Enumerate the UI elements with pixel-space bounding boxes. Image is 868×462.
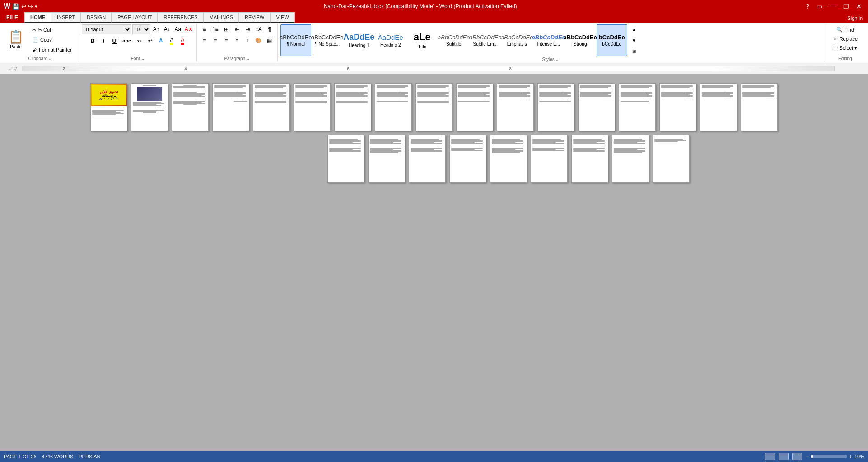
- page-20[interactable]: [409, 135, 446, 183]
- style-emphasis[interactable]: aBbCcDdEe Emphasis: [502, 24, 532, 56]
- page-4[interactable]: [212, 83, 249, 131]
- page-24[interactable]: [571, 135, 608, 183]
- line-spacing-button[interactable]: ↕: [243, 36, 253, 46]
- cut-button[interactable]: ✂ ✂ Cut: [30, 26, 74, 34]
- page-13[interactable]: [578, 83, 615, 131]
- font-size-select[interactable]: 16: [132, 24, 150, 34]
- minimize-button[interactable]: —: [827, 2, 839, 11]
- print-layout-button[interactable]: [779, 453, 789, 460]
- tab-view[interactable]: VIEW: [271, 12, 295, 23]
- style-strong[interactable]: aBbCcDdEe Strong: [565, 24, 596, 56]
- subscript-button[interactable]: x₂: [134, 36, 144, 46]
- bold-button[interactable]: B: [88, 36, 98, 46]
- undo-icon[interactable]: ↩: [21, 3, 26, 10]
- page-21[interactable]: [449, 135, 486, 183]
- copy-button[interactable]: 📄 Copy: [30, 36, 74, 44]
- page-1[interactable]: تحقیق آنلاین مرجع مطالعه با گفتگو، قیمت …: [90, 83, 127, 131]
- close-button[interactable]: ✕: [854, 2, 864, 11]
- shading-button[interactable]: 🎨: [254, 36, 264, 46]
- redo-icon[interactable]: ↪: [28, 3, 33, 10]
- justify-button[interactable]: ≡: [232, 36, 242, 46]
- select-button[interactable]: ⬚ Select ▾: [831, 44, 860, 52]
- replace-button[interactable]: ↔ Replace: [831, 35, 860, 43]
- page-19[interactable]: [368, 135, 405, 183]
- page-14[interactable]: [619, 83, 656, 131]
- page-23[interactable]: [531, 135, 568, 183]
- clear-formatting-button[interactable]: A✕: [184, 24, 194, 34]
- text-highlight-button[interactable]: A: [167, 36, 177, 46]
- paragraph-expand-icon[interactable]: ⌄: [246, 56, 250, 61]
- align-left-button[interactable]: ≡: [200, 36, 210, 46]
- style-no-spacing[interactable]: aBbCcDdEe ¶ No Spac...: [312, 24, 343, 56]
- page-12[interactable]: [537, 83, 574, 131]
- ruler-marker-indent-top[interactable]: ▽: [14, 66, 17, 71]
- style-normal[interactable]: aBbCcDdEe ¶ Normal: [280, 24, 311, 56]
- style-subtle-emphasis[interactable]: aBbCcDdEe Subtle Em...: [470, 24, 501, 56]
- restore-button[interactable]: ❐: [840, 2, 852, 11]
- style-heading2[interactable]: AaDdEe Heading 2: [375, 24, 406, 56]
- decrease-indent-button[interactable]: ⇤: [232, 24, 242, 34]
- align-center-button[interactable]: ≡: [210, 36, 220, 46]
- page-10[interactable]: [456, 83, 493, 131]
- tab-references[interactable]: REFERENCES: [158, 12, 203, 23]
- superscript-button[interactable]: x²: [145, 36, 155, 46]
- multilevel-list-button[interactable]: ⊞: [221, 24, 231, 34]
- page-15[interactable]: [659, 83, 696, 131]
- find-button[interactable]: 🔍 Find: [834, 25, 856, 34]
- page-22[interactable]: [490, 135, 527, 183]
- styles-scroll-up-button[interactable]: ▲: [629, 24, 639, 34]
- numbering-button[interactable]: 1≡: [210, 24, 220, 34]
- show-formatting-button[interactable]: ¶: [265, 24, 275, 34]
- page-16[interactable]: [700, 83, 737, 131]
- strikethrough-button[interactable]: abc: [120, 36, 133, 46]
- format-painter-button[interactable]: 🖌 Format Painter: [30, 46, 74, 54]
- page-7[interactable]: [334, 83, 371, 131]
- tab-page-layout[interactable]: PAGE LAYOUT: [112, 12, 158, 23]
- tab-review[interactable]: REVIEW: [239, 12, 270, 23]
- page-25[interactable]: [612, 135, 649, 183]
- tab-design[interactable]: DESIGN: [81, 12, 112, 23]
- style-heading1[interactable]: AaDdEe Heading 1: [344, 24, 374, 56]
- page-9[interactable]: [415, 83, 453, 131]
- font-name-select[interactable]: B Yagut: [82, 24, 131, 34]
- zoom-slider[interactable]: [811, 455, 847, 458]
- bullets-button[interactable]: ≡: [200, 24, 210, 34]
- change-case-button[interactable]: Aa: [173, 24, 183, 34]
- shrink-font-button[interactable]: A↓: [162, 24, 172, 34]
- read-mode-button[interactable]: [765, 453, 775, 460]
- font-expand-icon[interactable]: ⌄: [141, 56, 145, 61]
- styles-scroll-down-button[interactable]: ▼: [629, 35, 639, 45]
- grow-font-button[interactable]: A↑: [151, 24, 161, 34]
- styles-more-button[interactable]: ⊞: [629, 46, 639, 56]
- quick-save-icon[interactable]: 💾: [12, 3, 19, 10]
- sign-in-button[interactable]: Sign in: [842, 14, 868, 23]
- ruler-marker-left[interactable]: ⊿: [9, 66, 13, 71]
- underline-button[interactable]: U: [109, 36, 119, 46]
- page-5[interactable]: [253, 83, 290, 131]
- style-book-title[interactable]: bCcDdEe bCcDdEe: [597, 24, 627, 56]
- ribbon-display-button[interactable]: ▭: [814, 2, 825, 11]
- page-3[interactable]: [172, 83, 209, 131]
- tab-insert[interactable]: INSERT: [51, 12, 81, 23]
- tab-home[interactable]: HOME: [24, 12, 51, 23]
- zoom-in-icon[interactable]: +: [849, 453, 853, 460]
- help-button[interactable]: ?: [803, 2, 812, 11]
- font-color-button[interactable]: A: [177, 36, 187, 46]
- page-11[interactable]: [497, 83, 534, 131]
- tab-mailings[interactable]: MAILINGS: [204, 12, 239, 23]
- align-right-button[interactable]: ≡: [221, 36, 231, 46]
- zoom-out-icon[interactable]: −: [806, 453, 809, 460]
- page-6[interactable]: [294, 83, 331, 131]
- style-subtitle[interactable]: aBbCcDdEe Subtitle: [439, 24, 469, 56]
- text-effects-button[interactable]: A: [156, 36, 166, 46]
- italic-button[interactable]: I: [98, 36, 108, 46]
- clipboard-expand-icon[interactable]: ⌄: [48, 56, 52, 61]
- web-layout-button[interactable]: [792, 453, 802, 460]
- styles-expand-icon[interactable]: ⌄: [555, 57, 559, 62]
- page-8[interactable]: [375, 83, 412, 131]
- style-title[interactable]: aLe Title: [407, 24, 438, 56]
- increase-indent-button[interactable]: ⇥: [243, 24, 253, 34]
- tab-file[interactable]: FILE: [0, 13, 24, 23]
- page-2[interactable]: [131, 83, 168, 131]
- page-17[interactable]: [741, 83, 778, 131]
